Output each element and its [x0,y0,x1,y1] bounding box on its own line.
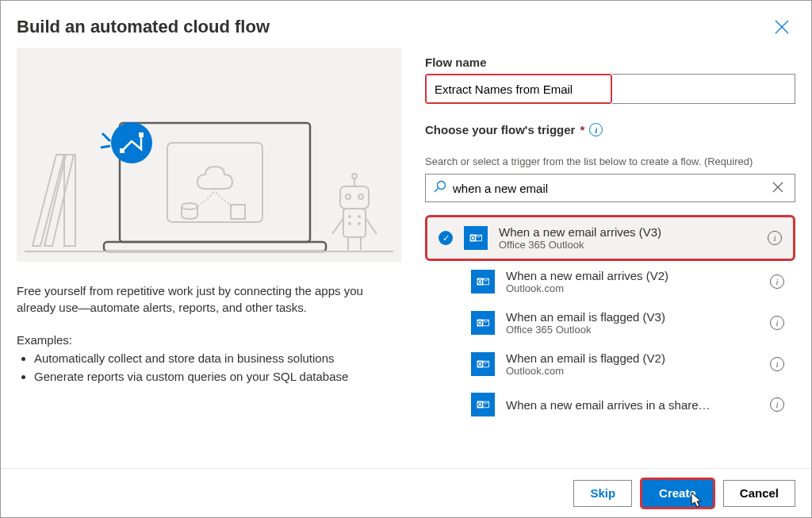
dialog-title: Build an automated cloud flow [17,17,270,37]
outlook-icon [471,352,495,376]
svg-point-21 [358,222,361,225]
trigger-name: When an email is flagged (V2) [506,351,759,365]
info-icon[interactable]: i [770,274,784,289]
flow-name-label: Flow name [425,56,795,69]
svg-point-18 [348,215,351,218]
trigger-item[interactable]: When an email is flagged (V3)Office 365 … [425,302,795,343]
trigger-label: Choose your flow's trigger [425,123,575,136]
trigger-name: When a new email arrives in a share… [506,398,759,412]
svg-point-9 [111,122,152,163]
trigger-name: When an email is flagged (V3) [506,310,759,324]
clear-icon[interactable] [769,180,787,197]
trigger-item[interactable]: ✓When a new email arrives (V3)Office 365… [425,215,795,261]
info-pane: Free yourself from repetitive work just … [17,48,401,460]
examples-title: Examples: [17,333,401,347]
trigger-connector: Office 365 Outlook [499,239,756,251]
trigger-search-box[interactable] [425,174,795,202]
flow-name-input[interactable] [427,75,611,102]
trigger-item[interactable]: When an email is flagged (V2)Outlook.com… [425,343,795,385]
description-text: Free yourself from repetitive work just … [17,282,401,316]
trigger-connector: Outlook.com [506,365,759,377]
outlook-icon [471,311,495,335]
trigger-helper-text: Search or select a trigger from the list… [425,155,795,167]
svg-point-19 [358,215,361,218]
check-icon: ✓ [439,231,453,245]
info-icon[interactable]: i [589,123,603,136]
trigger-connector: Outlook.com [506,282,759,294]
flow-name-input-rest[interactable] [612,74,795,104]
info-icon[interactable]: i [770,316,784,330]
info-icon[interactable]: i [770,357,784,371]
search-icon [434,180,446,196]
outlook-icon [471,270,495,294]
trigger-item[interactable]: When a new email arrives (V2)Outlook.com… [425,261,795,302]
info-icon[interactable]: i [770,397,784,412]
outlook-icon [464,226,488,250]
trigger-connector: Office 365 Outlook [506,324,759,336]
svg-line-8 [101,146,110,148]
svg-line-28 [435,189,439,193]
dialog-footer: Skip Create Cancel [1,468,811,517]
create-button[interactable]: Create [642,480,713,507]
svg-rect-10 [120,148,124,153]
illustration [17,48,401,262]
svg-point-20 [348,222,351,225]
skip-button[interactable]: Skip [573,480,632,507]
trigger-name: When a new email arrives (V3) [499,225,756,239]
required-mark: * [580,123,584,136]
trigger-name: When a new email arrives (V2) [506,269,759,282]
cancel-button[interactable]: Cancel [723,480,795,507]
svg-point-27 [438,182,446,190]
trigger-search-input[interactable] [453,182,769,195]
close-icon[interactable] [772,17,792,40]
info-icon[interactable]: i [768,231,782,245]
example-item: Generate reports via custom queries on y… [34,368,401,386]
form-pane: Flow name Choose your flow's trigger * i… [425,48,795,460]
trigger-list: ✓When a new email arrives (V3)Office 365… [425,215,795,424]
svg-rect-11 [139,132,144,137]
trigger-item[interactable]: When a new email arrives in a share…i [425,385,795,424]
examples-list: Automatically collect and store data in … [17,350,401,386]
example-item: Automatically collect and store data in … [34,350,401,368]
outlook-icon [471,393,495,416]
